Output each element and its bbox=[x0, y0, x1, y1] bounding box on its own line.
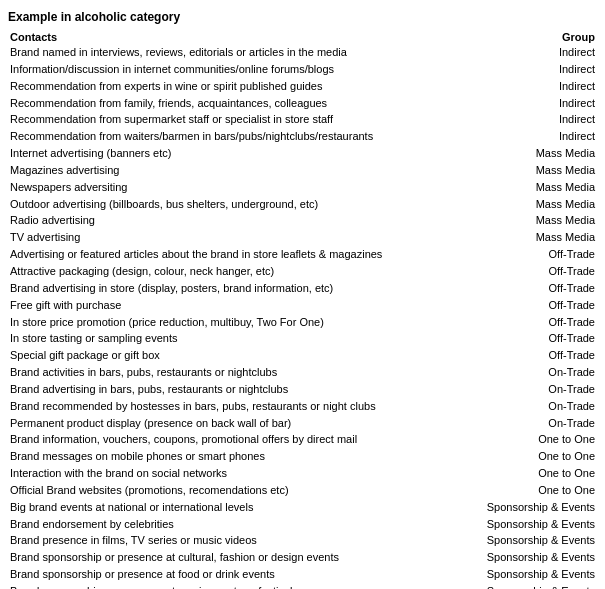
group-cell: Sponsorship & Events bbox=[462, 583, 597, 589]
group-cell: On-Trade bbox=[462, 364, 597, 381]
table-row: Free gift with purchaseOff-Trade bbox=[8, 297, 597, 314]
table-row: Brand endorsement by celebritiesSponsors… bbox=[8, 516, 597, 533]
contact-cell: Brand advertising in store (display, pos… bbox=[8, 280, 462, 297]
group-cell: One to One bbox=[462, 482, 597, 499]
group-cell: Off-Trade bbox=[462, 330, 597, 347]
group-cell: Sponsorship & Events bbox=[462, 549, 597, 566]
contact-cell: Information/discussion in internet commu… bbox=[8, 61, 462, 78]
col-header-group: Group bbox=[462, 30, 597, 44]
contact-cell: Brand endorsement by celebrities bbox=[8, 516, 462, 533]
table-row: Internet advertising (banners etc)Mass M… bbox=[8, 145, 597, 162]
table-row: In store price promotion (price reductio… bbox=[8, 314, 597, 331]
table-row: Brand presence in films, TV series or mu… bbox=[8, 532, 597, 549]
contact-cell: Brand sponsorship or presence at cultura… bbox=[8, 549, 462, 566]
group-cell: Sponsorship & Events bbox=[462, 532, 597, 549]
contact-cell: Brand presence in films, TV series or mu… bbox=[8, 532, 462, 549]
group-cell: Off-Trade bbox=[462, 347, 597, 364]
group-cell: Indirect bbox=[462, 61, 597, 78]
contact-cell: Brand messages on mobile phones or smart… bbox=[8, 448, 462, 465]
table-row: Brand information, vouchers, coupons, pr… bbox=[8, 431, 597, 448]
group-cell: Sponsorship & Events bbox=[462, 516, 597, 533]
group-cell: On-Trade bbox=[462, 398, 597, 415]
table-row: Recommendation from experts in wine or s… bbox=[8, 78, 597, 95]
table-row: Recommendation from waiters/barmen in ba… bbox=[8, 128, 597, 145]
contact-cell: TV advertising bbox=[8, 229, 462, 246]
table-row: Brand sponsorship or presence at music e… bbox=[8, 583, 597, 589]
table-row: Permanent product display (presence on b… bbox=[8, 415, 597, 432]
group-cell: Off-Trade bbox=[462, 314, 597, 331]
contact-cell: Radio advertising bbox=[8, 212, 462, 229]
group-cell: On-Trade bbox=[462, 415, 597, 432]
table-row: Brand sponsorship or presence at cultura… bbox=[8, 549, 597, 566]
contact-cell: Recommendation from experts in wine or s… bbox=[8, 78, 462, 95]
group-cell: Indirect bbox=[462, 95, 597, 112]
group-cell: Off-Trade bbox=[462, 297, 597, 314]
contact-cell: Recommendation from supermarket staff or… bbox=[8, 111, 462, 128]
contact-cell: Permanent product display (presence on b… bbox=[8, 415, 462, 432]
table-row: Attractive packaging (design, colour, ne… bbox=[8, 263, 597, 280]
table-row: Brand recommended by hostesses in bars, … bbox=[8, 398, 597, 415]
group-cell: Off-Trade bbox=[462, 263, 597, 280]
table-row: Newspapers adversitingMass Media bbox=[8, 179, 597, 196]
group-cell: Mass Media bbox=[462, 229, 597, 246]
table-row: Brand advertising in store (display, pos… bbox=[8, 280, 597, 297]
table-row: Brand sponsorship or presence at food or… bbox=[8, 566, 597, 583]
contact-cell: Brand recommended by hostesses in bars, … bbox=[8, 398, 462, 415]
contact-cell: Brand advertising in bars, pubs, restaur… bbox=[8, 381, 462, 398]
group-cell: Mass Media bbox=[462, 179, 597, 196]
contact-cell: Attractive packaging (design, colour, ne… bbox=[8, 263, 462, 280]
table-row: Recommendation from family, friends, acq… bbox=[8, 95, 597, 112]
group-cell: Off-Trade bbox=[462, 280, 597, 297]
table-row: Magazines advertisingMass Media bbox=[8, 162, 597, 179]
group-cell: Indirect bbox=[462, 44, 597, 61]
group-cell: Mass Media bbox=[462, 162, 597, 179]
group-cell: Mass Media bbox=[462, 196, 597, 213]
table-row: In store tasting or sampling eventsOff-T… bbox=[8, 330, 597, 347]
group-cell: Mass Media bbox=[462, 145, 597, 162]
table-row: Brand named in interviews, reviews, edit… bbox=[8, 44, 597, 61]
table-row: TV advertisingMass Media bbox=[8, 229, 597, 246]
contacts-table: Contacts Group Brand named in interviews… bbox=[8, 30, 597, 589]
table-row: Big brand events at national or internat… bbox=[8, 499, 597, 516]
table-row: Recommendation from supermarket staff or… bbox=[8, 111, 597, 128]
table-row: Outdoor advertising (billboards, bus she… bbox=[8, 196, 597, 213]
contact-cell: Big brand events at national or internat… bbox=[8, 499, 462, 516]
page-title: Example in alcoholic category bbox=[8, 10, 597, 24]
group-cell: Indirect bbox=[462, 128, 597, 145]
group-cell: One to One bbox=[462, 465, 597, 482]
contact-cell: Internet advertising (banners etc) bbox=[8, 145, 462, 162]
group-cell: On-Trade bbox=[462, 381, 597, 398]
table-row: Interaction with the brand on social net… bbox=[8, 465, 597, 482]
group-cell: Sponsorship & Events bbox=[462, 566, 597, 583]
group-cell: One to One bbox=[462, 448, 597, 465]
contact-cell: Magazines advertising bbox=[8, 162, 462, 179]
contact-cell: Brand information, vouchers, coupons, pr… bbox=[8, 431, 462, 448]
contact-cell: In store price promotion (price reductio… bbox=[8, 314, 462, 331]
contact-cell: Interaction with the brand on social net… bbox=[8, 465, 462, 482]
table-row: Information/discussion in internet commu… bbox=[8, 61, 597, 78]
contact-cell: Brand sponsorship or presence at music e… bbox=[8, 583, 462, 589]
contact-cell: Special gift package or gift box bbox=[8, 347, 462, 364]
contact-cell: Free gift with purchase bbox=[8, 297, 462, 314]
group-cell: Off-Trade bbox=[462, 246, 597, 263]
table-row: Brand activities in bars, pubs, restaura… bbox=[8, 364, 597, 381]
contact-cell: Brand activities in bars, pubs, restaura… bbox=[8, 364, 462, 381]
contact-cell: Brand named in interviews, reviews, edit… bbox=[8, 44, 462, 61]
table-row: Special gift package or gift boxOff-Trad… bbox=[8, 347, 597, 364]
contact-cell: Recommendation from family, friends, acq… bbox=[8, 95, 462, 112]
table-row: Brand advertising in bars, pubs, restaur… bbox=[8, 381, 597, 398]
table-row: Brand messages on mobile phones or smart… bbox=[8, 448, 597, 465]
contact-cell: Recommendation from waiters/barmen in ba… bbox=[8, 128, 462, 145]
col-header-contacts: Contacts bbox=[8, 30, 462, 44]
group-cell: Indirect bbox=[462, 78, 597, 95]
contact-cell: Outdoor advertising (billboards, bus she… bbox=[8, 196, 462, 213]
contact-cell: Newspapers adversiting bbox=[8, 179, 462, 196]
contact-cell: In store tasting or sampling events bbox=[8, 330, 462, 347]
group-cell: One to One bbox=[462, 431, 597, 448]
contact-cell: Advertising or featured articles about t… bbox=[8, 246, 462, 263]
group-cell: Sponsorship & Events bbox=[462, 499, 597, 516]
group-cell: Mass Media bbox=[462, 212, 597, 229]
group-cell: Indirect bbox=[462, 111, 597, 128]
contact-cell: Brand sponsorship or presence at food or… bbox=[8, 566, 462, 583]
table-row: Official Brand websites (promotions, rec… bbox=[8, 482, 597, 499]
